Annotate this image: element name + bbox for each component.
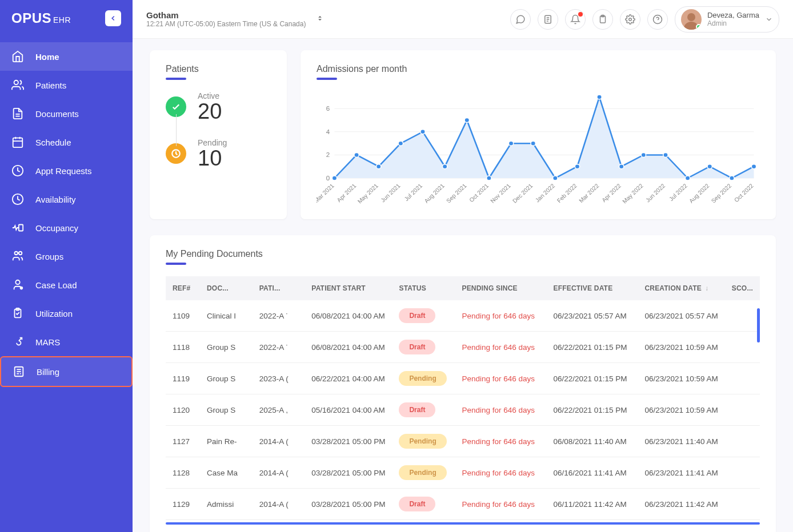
- svg-text:Jan 2022: Jan 2022: [534, 183, 556, 204]
- patients-card: Patients Active 20: [150, 50, 287, 219]
- clipboard-icon[interactable]: [592, 9, 613, 30]
- nav-icon: [11, 279, 24, 291]
- col-effective-date[interactable]: EFFECTIVE DATE: [546, 276, 638, 300]
- sidebar-item-schedule[interactable]: Schedule: [0, 128, 133, 156]
- sidebar-item-groups[interactable]: Groups: [0, 242, 133, 271]
- nav-icon: [11, 50, 24, 63]
- sidebar-item-patients[interactable]: Patients: [0, 71, 133, 99]
- col-ref[interactable]: REF#: [166, 276, 200, 300]
- table-vertical-scrollbar[interactable]: [757, 308, 760, 342]
- pending-metric: Pending 10: [166, 138, 271, 169]
- svg-point-46: [442, 164, 447, 169]
- svg-point-48: [487, 176, 491, 180]
- table-row[interactable]: 1118Group S2022-A ˙06/08/2021 04:00 AMDr…: [166, 332, 760, 363]
- user-menu[interactable]: Deveza, Garma Admin: [675, 6, 779, 33]
- chart-title: Admissions per month: [317, 64, 760, 74]
- sidebar-item-case-load[interactable]: Case Load: [0, 271, 133, 299]
- svg-point-55: [641, 152, 646, 157]
- nav-icon: [11, 307, 24, 320]
- status-badge: Pending: [399, 371, 446, 386]
- nav-icon: [11, 164, 24, 177]
- bell-icon[interactable]: [565, 9, 586, 30]
- chat-icon[interactable]: [510, 9, 531, 30]
- table-row[interactable]: 1119Group S2023-A (06/22/2021 04:00 AMPe…: [166, 363, 760, 394]
- svg-point-11: [19, 252, 22, 255]
- table-row[interactable]: 1127Pain Re-2014-A (03/28/2021 05:00 PMP…: [166, 426, 760, 457]
- sidebar-item-documents[interactable]: Documents: [0, 99, 133, 128]
- nav-icon: [11, 107, 24, 120]
- svg-text:Oct 2021: Oct 2021: [468, 183, 490, 203]
- sidebar-item-availability[interactable]: Availability: [0, 185, 133, 213]
- col-pending-since[interactable]: PENDING SINCE: [455, 276, 546, 300]
- svg-text:Apr 2021: Apr 2021: [336, 183, 358, 203]
- sidebar-item-label: Case Load: [35, 280, 77, 290]
- svg-point-27: [629, 18, 632, 21]
- svg-point-60: [751, 164, 756, 169]
- sidebar-item-label: Documents: [35, 109, 79, 119]
- sidebar-item-occupancy[interactable]: Occupancy: [0, 213, 133, 242]
- svg-text:6: 6: [326, 106, 330, 112]
- sidebar-item-label: Billing: [37, 367, 59, 377]
- table-row[interactable]: 1120Group S2025-A ,05/16/2021 04:00 AMDr…: [166, 394, 760, 426]
- pending-docs-table: REF# DOC... PATI... PATIENT START STATUS…: [166, 276, 760, 520]
- sidebar-item-home[interactable]: Home: [0, 42, 133, 71]
- org-timezone: 12:21 AM (UTC-05:00) Eastern Time (US & …: [146, 20, 306, 28]
- svg-point-51: [553, 176, 558, 180]
- nav-icon: [11, 221, 24, 234]
- col-doc[interactable]: DOC...: [200, 276, 253, 300]
- admissions-chart[interactable]: 0246Mar 2021Apr 2021May 2021Jun 2021Jul …: [317, 91, 760, 205]
- svg-point-43: [377, 164, 381, 169]
- svg-text:Jun 2021: Jun 2021: [379, 183, 402, 204]
- status-badge: Pending: [399, 465, 446, 480]
- status-badge: Pending: [399, 434, 446, 449]
- svg-point-12: [15, 280, 19, 284]
- org-selector[interactable]: [316, 14, 324, 25]
- sort-down-icon: ↓: [705, 284, 708, 292]
- nav-icon: [11, 336, 24, 348]
- svg-point-10: [15, 252, 18, 255]
- svg-text:May 2022: May 2022: [621, 183, 644, 205]
- col-patient-start[interactable]: PATIENT START: [305, 276, 392, 300]
- status-badge: Draft: [399, 497, 435, 511]
- col-sco[interactable]: SCO...: [725, 276, 760, 300]
- svg-point-53: [597, 95, 602, 99]
- svg-point-58: [707, 164, 712, 169]
- top-header: Gotham 12:21 AM (UTC-05:00) Eastern Time…: [133, 0, 793, 39]
- nav-icon: [11, 79, 24, 91]
- sidebar-item-label: Utilization: [35, 309, 73, 319]
- svg-text:Jun 2022: Jun 2022: [644, 183, 667, 204]
- status-badge: Draft: [399, 402, 435, 417]
- svg-point-30: [687, 13, 695, 21]
- svg-point-44: [398, 141, 403, 146]
- gear-icon[interactable]: [620, 9, 640, 30]
- table-row[interactable]: 1129Admissi2014-A (03/28/2021 05:00 PMDr…: [166, 489, 760, 520]
- svg-point-59: [730, 176, 734, 180]
- svg-text:Aug 2021: Aug 2021: [423, 183, 446, 204]
- col-patient[interactable]: PATI...: [253, 276, 305, 300]
- col-creation-date[interactable]: CREATION DATE↓: [638, 276, 724, 300]
- sidebar-item-mars[interactable]: MARS: [0, 328, 133, 356]
- svg-point-41: [332, 176, 337, 180]
- col-status[interactable]: STATUS: [392, 276, 455, 300]
- doc-icon[interactable]: [538, 9, 558, 30]
- active-metric: Active 20: [166, 91, 271, 122]
- sidebar-item-label: MARS: [35, 337, 60, 347]
- sidebar-item-utilization[interactable]: Utilization: [0, 299, 133, 328]
- svg-text:Dec 2021: Dec 2021: [511, 183, 534, 204]
- svg-rect-9: [19, 225, 23, 231]
- table-row[interactable]: 1128Case Ma2014-A (03/28/2021 05:00 PMPe…: [166, 457, 760, 489]
- sidebar-item-label: Schedule: [35, 138, 71, 147]
- svg-rect-3: [13, 138, 23, 147]
- collapse-sidebar-button[interactable]: [105, 10, 121, 26]
- docs-title: My Pending Documents: [166, 249, 760, 259]
- svg-point-0: [14, 80, 18, 84]
- svg-text:4: 4: [326, 128, 330, 135]
- user-name: Deveza, Garma: [707, 11, 759, 19]
- svg-point-45: [420, 130, 425, 134]
- sidebar-item-billing[interactable]: Billing: [0, 356, 133, 387]
- svg-point-54: [619, 164, 624, 169]
- sidebar-item-appt-requests[interactable]: Appt Requests: [0, 156, 133, 185]
- table-row[interactable]: 1109Clinical I2022-A ˙06/08/2021 04:00 A…: [166, 300, 760, 332]
- help-icon[interactable]: [647, 9, 668, 30]
- table-horizontal-scrollbar[interactable]: [166, 522, 760, 525]
